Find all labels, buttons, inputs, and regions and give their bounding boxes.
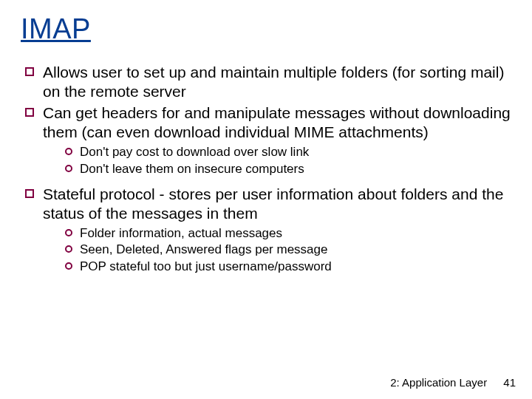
bullet-text: Allows user to set up and maintain multi… xyxy=(43,64,504,100)
sub-bullet-text: POP stateful too but just username/passw… xyxy=(80,259,332,273)
sub-list-item: POP stateful too but just username/passw… xyxy=(65,259,511,274)
bullet-text: Can get headers for and manipulate messa… xyxy=(43,104,511,140)
list-item: Allows user to set up and maintain multi… xyxy=(25,63,511,100)
sub-bullet-list: Folder information, actual messages Seen… xyxy=(43,222,511,279)
sub-bullet-text: Folder information, actual messages xyxy=(80,226,282,240)
sub-bullet-list: Don't pay cost to download over slow lin… xyxy=(43,141,511,182)
sub-list-item: Don't pay cost to download over slow lin… xyxy=(65,144,511,160)
sub-bullet-text: Don't pay cost to download over slow lin… xyxy=(80,145,309,159)
slide: IMAP Allows user to set up and maintain … xyxy=(0,0,532,399)
list-item: Can get headers for and manipulate messa… xyxy=(25,103,511,182)
slide-title: IMAP xyxy=(21,13,511,45)
sub-list-item: Folder information, actual messages xyxy=(65,225,511,241)
sub-list-item: Seen, Deleted, Answered flags per messag… xyxy=(65,242,511,257)
page-number: 41 xyxy=(503,376,516,389)
slide-footer: 2: Application Layer 41 xyxy=(390,376,516,389)
footer-section: 2: Application Layer xyxy=(390,376,487,389)
sub-list-item: Don't leave them on insecure computers xyxy=(65,161,511,177)
sub-bullet-text: Don't leave them on insecure computers xyxy=(80,162,304,176)
bullet-text: Stateful protocol - stores per user info… xyxy=(43,185,503,222)
list-item: Stateful protocol - stores per user info… xyxy=(25,185,511,279)
bullet-list: Allows user to set up and maintain multi… xyxy=(21,63,511,279)
sub-bullet-text: Seen, Deleted, Answered flags per messag… xyxy=(80,242,327,256)
